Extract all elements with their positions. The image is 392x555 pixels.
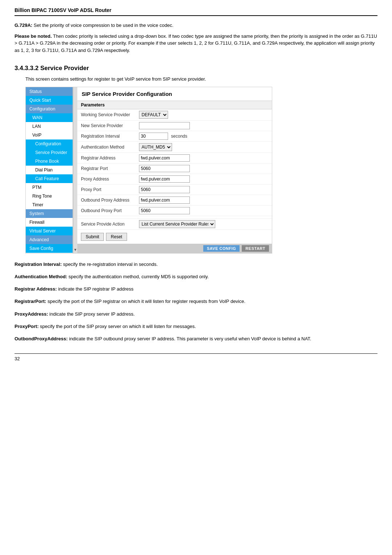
table-row: Proxy Address: [77, 174, 272, 185]
table-row: Proxy Port: [77, 185, 272, 195]
field-value-outbound-proxy-address: [135, 195, 272, 206]
page-footer: 32: [15, 353, 377, 361]
service-provide-action-select[interactable]: List Current Service Provider Rules: [139, 220, 215, 228]
desc-text-proxy-port: specify the port of the SIP proxy server…: [40, 324, 196, 329]
desc-text-outbound-proxy-address: indicate the SIP outbound proxy server I…: [69, 336, 311, 341]
outbound-proxy-address-input[interactable]: [139, 197, 190, 204]
desc-registration-interval: Registration Interval: specify the re-re…: [15, 261, 377, 268]
desc-outbound-proxy-address: OutbondProxyAddress: indicate the SIP ou…: [15, 335, 377, 343]
sidebar-item-status[interactable]: Status: [26, 87, 73, 96]
sidebar-item-advanced[interactable]: Advanced: [26, 235, 73, 244]
desc-bold-auth-method: Authentication Method:: [15, 274, 67, 279]
desc-bold-proxy-port: ProxyPort:: [15, 324, 38, 329]
g729a-text: Set the priority of voice compression to…: [34, 23, 173, 28]
field-value-service-provide-action: List Current Service Provider Rules: [135, 219, 272, 230]
config-title: SIP Service Provider Configuration: [77, 87, 272, 101]
sidebar-item-timer[interactable]: Timer: [26, 200, 73, 209]
reset-button[interactable]: Reset: [106, 233, 127, 241]
sidebar-item-wan[interactable]: WAN: [26, 113, 73, 122]
sidebar-item-dial-plan[interactable]: Dial Plan: [26, 166, 73, 174]
restart-button[interactable]: RESTART: [242, 245, 269, 252]
field-label-proxy-port: Proxy Port: [77, 185, 135, 195]
sidebar-item-service-provider[interactable]: Service Provider: [26, 148, 73, 157]
registrar-address-input[interactable]: [139, 154, 190, 162]
section-title: Service Provider: [40, 65, 89, 72]
sidebar-item-system[interactable]: System: [26, 209, 73, 218]
sidebar-item-virtual-server[interactable]: Virtual Server: [26, 227, 73, 235]
desc-bold-outbound-proxy-address: OutbondProxyAddress:: [15, 336, 68, 341]
desc-auth-method: Authentication Method: specify the authe…: [15, 273, 377, 280]
button-row: Submit Reset: [77, 230, 272, 244]
desc-registrar-address: Registrar Address: indicate the SIP regi…: [15, 285, 377, 293]
please-note-text: Then codec priority is selected using a …: [15, 33, 377, 53]
field-value-auth-method: AUTH_MD5: [135, 142, 272, 153]
table-row: New Service Provider: [77, 121, 272, 131]
sidebar-item-save-config[interactable]: Save Config: [26, 244, 73, 253]
sidebar-scrollbar[interactable]: ▼: [73, 87, 77, 253]
sidebar-item-voip-configuration[interactable]: Configuration: [26, 139, 73, 148]
field-label-working-service-provider: Working Service Provider: [77, 109, 135, 121]
section-number: 3.4.3.3.2: [15, 65, 38, 72]
section-description: This screen contains settings for regist…: [15, 76, 377, 82]
please-note-label: Please be noted.: [15, 33, 52, 39]
desc-text-registration-interval: specify the re-registration interval in …: [63, 262, 158, 267]
sidebar-item-call-feature[interactable]: Call Feature: [26, 174, 73, 183]
save-config-button[interactable]: SAVE CONFIG: [203, 245, 240, 252]
table-row: Outbound Proxy Port: [77, 206, 272, 216]
sidebar-item-phone-book[interactable]: Phone Book: [26, 157, 73, 166]
field-value-outbound-proxy-port: [135, 206, 272, 216]
table-row: Outbound Proxy Address: [77, 195, 272, 206]
desc-bold-registrar-port: RegistrarPort:: [15, 299, 46, 304]
field-value-working-service-provider: DEFAULT: [135, 109, 272, 121]
desc-proxy-address: ProxyAddress: indicate the SIP proxy ser…: [15, 311, 377, 318]
descriptions-section: Registration Interval: specify the re-re…: [15, 261, 377, 343]
field-label-registration-interval: Registration Interval: [77, 131, 135, 142]
field-value-proxy-address: [135, 174, 272, 185]
table-row: Registrar Address: [77, 153, 272, 163]
field-label-proxy-address: Proxy Address: [77, 174, 135, 185]
new-service-provider-input[interactable]: [139, 122, 190, 129]
desc-text-proxy-address: indicate the SIP proxy server IP address…: [49, 311, 135, 317]
field-value-registrar-port: [135, 163, 272, 174]
sidebar-item-firewall[interactable]: Firewall: [26, 218, 73, 227]
sidebar-item-lan[interactable]: LAN: [26, 122, 73, 131]
sidebar-item-quickstart[interactable]: Quick Start: [26, 96, 73, 105]
table-row: Registration Interval seconds: [77, 131, 272, 142]
field-label-auth-method: Authentication Method: [77, 142, 135, 153]
desc-text-registrar-port: specify the port of the SIP registrar on…: [48, 299, 245, 304]
table-row: Working Service Provider DEFAULT: [77, 109, 272, 121]
config-table: Working Service Provider DEFAULT New Ser…: [77, 109, 272, 230]
desc-text-auth-method: specify the authentication method, curre…: [69, 274, 209, 279]
table-row: Registrar Port: [77, 163, 272, 174]
main-ui-box: Status Quick Start Configuration WAN LAN…: [25, 87, 272, 254]
section-heading: 3.4.3.3.2 Service Provider: [15, 65, 377, 72]
sidebar-item-configuration[interactable]: Configuration: [26, 105, 73, 113]
sidebar-item-ptm[interactable]: PTM: [26, 183, 73, 192]
auth-method-select[interactable]: AUTH_MD5: [139, 143, 172, 151]
desc-bold-proxy-address: ProxyAddress:: [15, 311, 48, 317]
desc-text-registrar-address: indicate the SIP registrar IP address: [58, 286, 134, 292]
sidebar-item-voip[interactable]: VoIP: [26, 131, 73, 139]
registrar-port-input[interactable]: [139, 165, 190, 172]
registration-interval-input[interactable]: [139, 133, 168, 140]
page-header: Billion BIPAC 7100SV VoIP ADSL Router: [15, 7, 377, 16]
sidebar: Status Quick Start Configuration WAN LAN…: [26, 87, 73, 253]
sidebar-item-ring-tone[interactable]: Ring Tone: [26, 192, 73, 200]
outbound-proxy-port-input[interactable]: [139, 207, 190, 214]
page-number: 32: [15, 356, 20, 361]
sidebar-container: Status Quick Start Configuration WAN LAN…: [26, 87, 77, 253]
config-panel: SIP Service Provider Configuration Param…: [77, 87, 272, 253]
field-label-service-provide-action: Service Provide Action: [77, 219, 135, 230]
submit-button[interactable]: Submit: [81, 233, 104, 241]
params-header: Parameters: [77, 101, 272, 109]
proxy-port-input[interactable]: [139, 186, 190, 193]
field-value-proxy-port: [135, 185, 272, 195]
field-label-outbound-proxy-address: Outbound Proxy Address: [77, 195, 135, 206]
working-service-provider-select[interactable]: DEFAULT: [139, 111, 168, 119]
field-value-registrar-address: [135, 153, 272, 163]
scroll-down-arrow[interactable]: ▼: [74, 248, 77, 252]
proxy-address-input[interactable]: [139, 175, 190, 183]
desc-proxy-port: ProxyPort: specify the port of the SIP p…: [15, 323, 377, 330]
field-label-registrar-port: Registrar Port: [77, 163, 135, 174]
seconds-label: seconds: [171, 134, 187, 139]
